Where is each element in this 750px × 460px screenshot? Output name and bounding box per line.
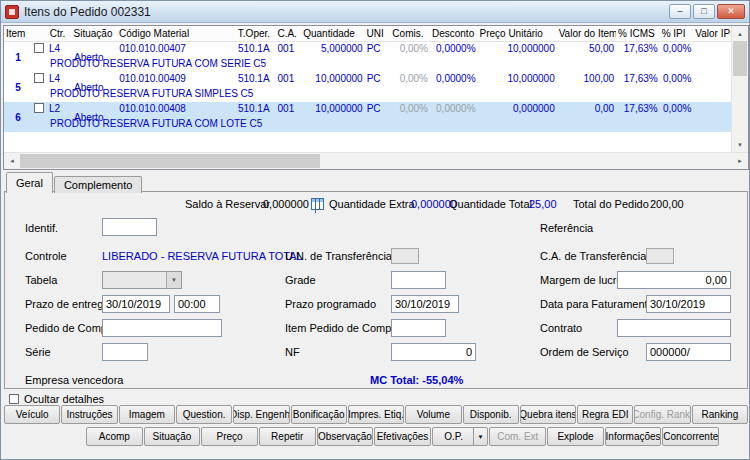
- acomp-button[interactable]: Acomp: [86, 427, 143, 446]
- column-header-icms[interactable]: % ICMS: [616, 26, 660, 41]
- cell-comis: 0,00%: [390, 43, 430, 54]
- contrato-input[interactable]: [617, 319, 731, 337]
- quebra-itens-button[interactable]: Quebra itens: [520, 405, 576, 424]
- cell-ca: 001: [276, 73, 302, 84]
- tabela-select[interactable]: ▼: [102, 271, 182, 289]
- column-header-ipi[interactable]: % IPI: [660, 26, 694, 41]
- prazo-programado-input[interactable]: [391, 295, 459, 313]
- quantidade-extra-grid-icon[interactable]: [311, 198, 324, 210]
- ordem-servico-label: Ordem de Serviço: [540, 346, 629, 358]
- maximize-button[interactable]: □: [693, 4, 715, 19]
- margem-lucro-input[interactable]: [617, 271, 731, 289]
- column-header-comis[interactable]: Comis.: [390, 26, 430, 41]
- items-grid: Item Ctr. Situação Código Material T.Ope…: [3, 25, 749, 170]
- observacao-button[interactable]: Observação: [317, 427, 374, 446]
- column-header-valor-ipi[interactable]: Valor IPI: [693, 26, 731, 41]
- horizontal-scroll-thumb[interactable]: [20, 154, 320, 168]
- cell-item: 6: [4, 102, 32, 132]
- disp-engenh-button[interactable]: Disp. Engenh.: [233, 405, 289, 424]
- un-transferencia-input[interactable]: [391, 248, 419, 264]
- ranking-button[interactable]: Ranking: [692, 405, 748, 424]
- op-dropdown-icon[interactable]: ▼: [473, 428, 486, 445]
- quantidade-total-label: Quantidade Total: [449, 198, 532, 210]
- scroll-left-icon[interactable]: ◄: [4, 153, 20, 169]
- scroll-down-icon[interactable]: ▼: [732, 137, 748, 152]
- table-row[interactable]: 1 Aberto L4 010.010.00407 510.1A 001 5,0…: [4, 42, 731, 72]
- tab-complemento[interactable]: Complemento: [54, 176, 142, 193]
- explode-button[interactable]: Explode: [547, 427, 604, 446]
- tab-geral[interactable]: Geral: [6, 172, 53, 193]
- column-header-ca[interactable]: C.A.: [275, 26, 301, 41]
- column-header-desconto[interactable]: Desconto: [430, 26, 478, 41]
- close-button[interactable]: ✕: [717, 4, 745, 19]
- row-checkbox[interactable]: [34, 43, 44, 53]
- prazo-entrega-label: Prazo de entrega: [25, 298, 109, 310]
- informacoes-button[interactable]: Informações: [605, 427, 662, 446]
- cell-quantidade: 10,000000: [301, 103, 364, 114]
- prazo-entrega-time-input[interactable]: [174, 295, 220, 313]
- identif-input[interactable]: [102, 218, 157, 236]
- column-header-preco-unitario[interactable]: Preço Unitário: [477, 26, 556, 41]
- ocultar-detalhes-checkbox[interactable]: Ocultar detalhes: [9, 393, 104, 405]
- referencia-label: Referência: [540, 222, 593, 234]
- op-button[interactable]: O.P. ▼: [432, 427, 489, 446]
- checkbox-icon[interactable]: [9, 394, 19, 404]
- serie-input[interactable]: [102, 343, 148, 361]
- veiculo-button[interactable]: Veículo: [4, 405, 60, 424]
- titlebar[interactable]: Itens do Pedido 002331 – □ ✕: [1, 1, 749, 23]
- minimize-button[interactable]: –: [669, 4, 691, 19]
- situacao-button[interactable]: Situação: [144, 427, 201, 446]
- column-header-codigo-material[interactable]: Código Material: [117, 26, 236, 41]
- bonificacao-button[interactable]: Bonificação: [291, 405, 347, 424]
- un-transferencia-label: U.N. de Transferência: [285, 250, 392, 262]
- table-row-selected[interactable]: 6 Aberto L2 010.010.00408 510.1A 001 10,…: [4, 102, 731, 132]
- cell-valor-ipi: [693, 73, 731, 84]
- ocultar-detalhes-label: Ocultar detalhes: [24, 393, 104, 405]
- column-header-item[interactable]: Item: [4, 26, 32, 41]
- instrucoes-button[interactable]: Instruções: [61, 405, 117, 424]
- grade-input[interactable]: [391, 271, 446, 289]
- cell-icms: 17,63%: [616, 73, 660, 84]
- column-header-valor-item[interactable]: Valor do Item: [557, 26, 616, 41]
- cell-item: 5: [4, 72, 32, 102]
- pedido-compra-input[interactable]: [102, 319, 222, 337]
- cell-valor-item: 50,00: [557, 43, 616, 54]
- grid-horizontal-scrollbar[interactable]: ◄ ►: [4, 152, 748, 169]
- regra-edi-button[interactable]: Regra EDI: [577, 405, 633, 424]
- item-pedido-compra-input[interactable]: [391, 319, 446, 337]
- column-header-situacao[interactable]: Situação: [72, 26, 118, 41]
- concorrente-button[interactable]: Concorrente: [662, 427, 719, 446]
- efetivacoes-button[interactable]: Efetivações: [374, 427, 431, 446]
- volume-button[interactable]: Volume: [405, 405, 461, 424]
- table-row[interactable]: 5 Aberto L4 010.010.00409 510.1A 001 10,…: [4, 72, 731, 102]
- row-checkbox[interactable]: [34, 73, 44, 83]
- question-button[interactable]: Question.: [176, 405, 232, 424]
- grid-vertical-scrollbar[interactable]: ▲ ▼: [731, 26, 748, 152]
- margem-lucro-label: Margem de lucro: [540, 274, 623, 286]
- repetir-button[interactable]: Repetir: [259, 427, 316, 446]
- disponib-button[interactable]: Disponib.: [463, 405, 519, 424]
- cell-preco-unitario: 0,000000: [478, 103, 557, 114]
- cell-ctr: L2: [32, 103, 72, 114]
- cell-codigo: 010.010.00409: [117, 73, 236, 84]
- imagem-button[interactable]: Imagem: [119, 405, 175, 424]
- itens-do-pedido-window: Itens do Pedido 002331 – □ ✕ Item Ctr. S…: [0, 0, 750, 460]
- tabela-label: Tabela: [25, 274, 57, 286]
- prazo-entrega-date-input[interactable]: [102, 295, 170, 313]
- ordem-servico-input[interactable]: [646, 343, 731, 361]
- cell-quantidade: 10,000000: [301, 73, 364, 84]
- row-checkbox[interactable]: [34, 103, 44, 113]
- nf-input[interactable]: [391, 343, 476, 361]
- vertical-scroll-thumb[interactable]: [733, 41, 747, 76]
- column-header-ctr[interactable]: Ctr.: [32, 26, 72, 41]
- scroll-right-icon[interactable]: ►: [732, 153, 748, 169]
- column-header-uni[interactable]: UNI: [365, 26, 391, 41]
- column-header-quantidade[interactable]: Quantidade: [301, 26, 364, 41]
- tab-bar: Geral Complemento: [6, 172, 143, 193]
- scroll-up-icon[interactable]: ▲: [732, 26, 748, 41]
- impres-etiq-button[interactable]: Impres. Etiq.: [348, 405, 404, 424]
- data-faturamento-input[interactable]: [646, 295, 731, 313]
- preco-button[interactable]: Preço: [201, 427, 258, 446]
- column-header-toper[interactable]: T.Oper.: [236, 26, 276, 41]
- ca-transferencia-input[interactable]: [646, 248, 674, 264]
